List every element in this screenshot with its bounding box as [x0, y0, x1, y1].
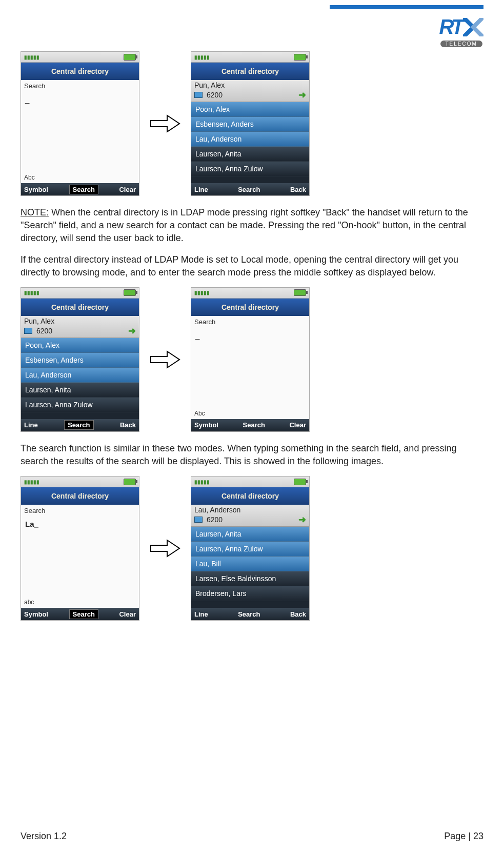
softkey-right[interactable]: Back [120, 421, 136, 429]
softkey-mid[interactable]: Search [64, 420, 93, 430]
paragraph-search-func: The search function is similar in these … [21, 442, 482, 468]
list-item[interactable]: Laursen, Anna Zulow [21, 398, 139, 412]
input-mode: Abc [21, 174, 139, 183]
phone-type-icon [24, 328, 32, 334]
contact-number: 6200 [207, 91, 223, 99]
phone-type-icon [194, 517, 203, 523]
battery-icon [294, 54, 306, 61]
list-item[interactable]: Larsen, Else Baldvinsson [191, 571, 309, 586]
softkey-left[interactable]: Symbol [24, 610, 48, 618]
softkey-mid[interactable]: Search [235, 185, 263, 194]
contact-number: 6200 [207, 515, 223, 524]
logo: RT TELECOM [439, 15, 483, 48]
phone-search-local: ▮▮▮▮▮ Central directory Search _ Abc Sym… [191, 287, 310, 432]
softkey-right[interactable]: Clear [119, 610, 136, 618]
signal-icon: ▮▮▮▮▮ [24, 54, 39, 60]
more-arrow-icon[interactable]: ➜ [298, 89, 306, 101]
softkey-left[interactable]: Line [24, 421, 38, 429]
search-input[interactable]: La_ [21, 514, 139, 599]
battery-icon [124, 54, 136, 61]
list-item[interactable]: Lau, Anderson [21, 368, 139, 383]
battery-icon [294, 479, 306, 485]
input-mode: abc [21, 599, 139, 608]
paragraph-local-mode: If the central directory instead of LDAP… [21, 253, 482, 279]
screenshot-row-1: ▮▮▮▮▮ Central directory Search _ Abc Sym… [21, 51, 483, 196]
contact-name: Lau, Anderson [194, 506, 306, 514]
screenshot-row-3: ▮▮▮▮▮ Central directory Search La_ abc S… [21, 476, 483, 621]
softkey-mid[interactable]: Search [69, 609, 98, 619]
list-item[interactable]: Laursen, Anita [191, 147, 309, 162]
softkey-left[interactable]: Line [194, 610, 208, 618]
softkey-right[interactable]: Back [290, 186, 306, 193]
note-text: When the central directory is in LDAP mo… [21, 207, 468, 243]
list-item[interactable]: Laursen, Anita [191, 527, 309, 542]
list-item[interactable]: Esbensen, Anders [21, 353, 139, 368]
list-item[interactable]: Laursen, Anita [21, 383, 139, 398]
list-item[interactable]: Lau, Bill [191, 557, 309, 571]
logo-rt: RT [439, 15, 462, 38]
list-item[interactable]: Poon, Alex [191, 102, 309, 117]
battery-icon [124, 479, 136, 485]
search-label: Search [191, 316, 309, 326]
screenshot-row-2: ▮▮▮▮▮ Central directory Pun, Alex 6200 ➜… [21, 287, 483, 432]
note-paragraph: NOTE: When the central directory is in L… [21, 206, 482, 245]
signal-icon: ▮▮▮▮▮ [194, 54, 210, 60]
contact-name: Pun, Alex [24, 317, 136, 325]
softkey-mid[interactable]: Search [69, 185, 98, 194]
screen-title: Central directory [191, 63, 309, 80]
softkey-right[interactable]: Clear [289, 421, 306, 429]
more-arrow-icon[interactable]: ➜ [128, 325, 136, 336]
list-item[interactable]: Brodersen, Lars [191, 586, 309, 601]
list-item[interactable]: Poon, Alex [21, 338, 139, 353]
page-number: Page | 23 [444, 831, 483, 842]
phone-results-lau: ▮▮▮▮▮ Central directory Lau, Anderson 62… [191, 476, 310, 621]
softkey-left[interactable]: Symbol [194, 421, 218, 429]
version-text: Version 1.2 [21, 831, 67, 842]
arrow-icon [150, 538, 180, 559]
more-arrow-icon[interactable]: ➜ [298, 514, 306, 525]
arrow-icon [150, 113, 180, 134]
signal-icon: ▮▮▮▮▮ [24, 479, 39, 485]
contact-number: 6200 [36, 327, 52, 335]
selected-contact[interactable]: Lau, Anderson 6200 ➜ [191, 505, 309, 527]
screen-title: Central directory [21, 487, 139, 505]
softkey-right[interactable]: Back [290, 610, 306, 618]
battery-icon [294, 289, 306, 296]
phone-search-empty: ▮▮▮▮▮ Central directory Search _ Abc Sym… [21, 51, 139, 196]
list-item[interactable]: Lau, Anderson [191, 132, 309, 147]
logo-subtext: TELECOM [440, 41, 482, 47]
softkey-right[interactable]: Clear [119, 186, 136, 193]
phone-type-icon [194, 92, 203, 98]
selected-contact[interactable]: Pun, Alex 6200 ➜ [191, 80, 309, 102]
softkey-mid[interactable]: Search [235, 610, 263, 619]
selected-contact[interactable]: Pun, Alex 6200 ➜ [21, 316, 139, 338]
screen-title: Central directory [21, 63, 139, 80]
list-item[interactable]: Laursen, Anna Zulow [191, 162, 309, 176]
list-item[interactable]: Esbensen, Anders [191, 117, 309, 132]
screen-title: Central directory [191, 487, 309, 505]
search-input[interactable]: _ [191, 326, 309, 410]
page-footer: Version 1.2 Page | 23 [21, 831, 483, 842]
softkey-mid[interactable]: Search [240, 421, 268, 429]
search-input[interactable]: _ [21, 90, 139, 174]
phone-results-pun: ▮▮▮▮▮ Central directory Pun, Alex 6200 ➜… [191, 51, 310, 196]
logo-x-icon [463, 18, 483, 36]
phone-search-la: ▮▮▮▮▮ Central directory Search La_ abc S… [21, 476, 139, 621]
signal-icon: ▮▮▮▮▮ [24, 290, 39, 295]
search-label: Search [21, 505, 139, 514]
screen-title: Central directory [21, 299, 139, 316]
phone-browse-results: ▮▮▮▮▮ Central directory Pun, Alex 6200 ➜… [21, 287, 139, 432]
header-accent [330, 5, 483, 9]
list-item[interactable]: Laursen, Anna Zulow [191, 542, 309, 557]
signal-icon: ▮▮▮▮▮ [194, 479, 210, 485]
note-label: NOTE: [21, 207, 49, 217]
softkey-left[interactable]: Line [194, 186, 208, 193]
softkey-left[interactable]: Symbol [24, 186, 48, 193]
screen-title: Central directory [191, 299, 309, 316]
contact-name: Pun, Alex [194, 81, 306, 89]
input-mode: Abc [191, 410, 309, 419]
arrow-icon [150, 349, 180, 370]
battery-icon [124, 289, 136, 296]
signal-icon: ▮▮▮▮▮ [194, 290, 210, 295]
search-label: Search [21, 80, 139, 90]
